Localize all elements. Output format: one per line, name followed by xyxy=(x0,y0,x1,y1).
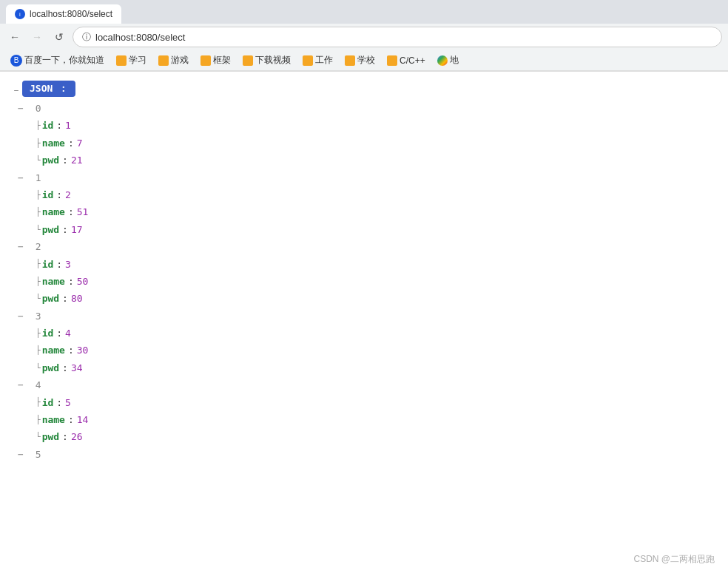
bookmark-framework[interactable]: 框架 xyxy=(196,53,235,68)
bookmark-label: 百度一下，你就知道 xyxy=(24,54,104,67)
back-button[interactable]: ← xyxy=(6,28,24,46)
bookmark-work[interactable]: 工作 xyxy=(298,53,337,68)
record-0-index: 0 xyxy=(36,100,41,117)
record-1-name: 51 xyxy=(77,203,89,220)
bookmark-label: 游戏 xyxy=(171,54,189,67)
folder-icon xyxy=(345,55,355,66)
bookmark-study[interactable]: 学习 xyxy=(112,53,151,68)
json-label: JSON ： xyxy=(22,81,75,97)
root-collapse-btn[interactable]: − xyxy=(12,86,21,95)
bookmark-label: 框架 xyxy=(213,54,231,67)
reload-button[interactable]: ↺ xyxy=(50,28,68,46)
bookmarks-bar: B 百度一下，你就知道 学习 游戏 框架 下载视频 工作 学校 C xyxy=(0,50,728,71)
record-2-id: 3 xyxy=(65,256,71,273)
record-0-id: 1 xyxy=(65,117,71,134)
bookmark-school[interactable]: 学校 xyxy=(340,53,380,68)
record-3: − 3 ├ id : 4 ├ name : 30 └ xyxy=(18,308,716,377)
record-4-name: 14 xyxy=(77,411,89,428)
bookmark-baidu[interactable]: B 百度一下，你就知道 xyxy=(6,53,109,68)
record-2-name: 50 xyxy=(77,273,89,290)
record-1-fields: ├ id : 2 ├ name : 51 └ pwd : 17 xyxy=(36,186,716,238)
tab-bar: i localhost:8080/select xyxy=(0,0,728,24)
bookmark-label: 工作 xyxy=(315,54,333,67)
record-2-fields: ├ id : 3 ├ name : 50 └ pwd : 80 xyxy=(36,256,716,308)
nav-bar: ← → ↺ ⓘ localhost:8080/select xyxy=(0,24,728,50)
record-0: − 0 ├ id : 1 ├ name : 7 └ xyxy=(18,100,716,169)
main-content: − JSON ： − 0 ├ id : 1 ├ name : xyxy=(0,72,728,575)
record-0-name-row: ├ name : 7 xyxy=(36,135,716,152)
folder-icon xyxy=(387,55,397,66)
record-0-id-row: ├ id : 1 xyxy=(36,117,716,134)
baidu-icon: B xyxy=(10,55,22,67)
key-id: id xyxy=(42,256,54,273)
bookmark-label: 学习 xyxy=(129,54,146,67)
record-3-index: 3 xyxy=(36,308,41,325)
record-2-pwd: 80 xyxy=(71,290,83,307)
bookmark-maps[interactable]: 地 xyxy=(433,53,463,68)
bookmark-label: 学校 xyxy=(357,54,375,67)
record-3-row: − 3 xyxy=(18,308,716,325)
browser-chrome: i localhost:8080/select ← → ↺ ⓘ localhos… xyxy=(0,0,728,72)
record-2-id-row: ├ id : 3 xyxy=(36,256,716,273)
folder-icon xyxy=(158,55,169,66)
record-1-pwd: 17 xyxy=(71,221,83,238)
record-3-pwd-row: └ pwd : 34 xyxy=(36,359,716,376)
record-1-name-row: ├ name : 51 xyxy=(36,203,716,220)
record-0-pwd: 21 xyxy=(71,152,83,169)
key-id: id xyxy=(42,394,54,411)
bookmark-download[interactable]: 下载视频 xyxy=(238,53,295,68)
record-4-id: 5 xyxy=(65,394,71,411)
record-0-row: − 0 xyxy=(18,100,716,117)
tab-favicon: i xyxy=(15,9,25,19)
record-1-index: 1 xyxy=(36,169,41,186)
record-2-pwd-row: └ pwd : 80 xyxy=(36,290,716,307)
key-pwd: pwd xyxy=(42,359,59,376)
record-5: − 5 xyxy=(18,446,716,463)
record-1-id: 2 xyxy=(65,186,71,203)
key-name: name xyxy=(42,273,65,290)
address-bar[interactable]: ⓘ localhost:8080/select xyxy=(73,27,722,47)
record-4-id-row: ├ id : 5 xyxy=(36,394,716,411)
record-2-row: − 2 xyxy=(18,238,716,255)
record-0-fields: ├ id : 1 ├ name : 7 └ pwd : 21 xyxy=(36,117,716,169)
record-5-index: 5 xyxy=(36,446,41,463)
record-1-pwd-row: └ pwd : 17 xyxy=(36,221,716,238)
record-3-id-row: ├ id : 4 xyxy=(36,325,716,342)
bookmark-cpp[interactable]: C/C++ xyxy=(382,54,430,67)
active-tab[interactable]: i localhost:8080/select xyxy=(6,4,121,24)
url-text: localhost:8080/select xyxy=(95,32,185,43)
record-4-pwd: 26 xyxy=(71,428,83,445)
folder-icon xyxy=(200,55,211,66)
record-4-fields: ├ id : 5 ├ name : 14 └ pwd : 26 xyxy=(36,394,716,446)
key-name: name xyxy=(42,203,65,220)
record-3-pwd: 34 xyxy=(71,359,83,376)
folder-icon xyxy=(303,55,313,66)
record-1-id-row: ├ id : 2 xyxy=(36,186,716,203)
lock-icon: ⓘ xyxy=(82,31,91,44)
record-2-name-row: ├ name : 50 xyxy=(36,273,716,290)
record-4-index: 4 xyxy=(36,376,41,393)
folder-icon xyxy=(116,55,127,66)
record-1: − 1 ├ id : 2 ├ name : 51 └ xyxy=(18,169,716,239)
record-3-fields: ├ id : 4 ├ name : 30 └ pwd : 34 xyxy=(36,325,716,376)
key-id: id xyxy=(42,117,54,134)
bookmark-games[interactable]: 游戏 xyxy=(154,53,193,68)
record-0-name: 7 xyxy=(77,135,83,152)
record-4: − 4 ├ id : 5 ├ name : 14 └ xyxy=(18,376,716,446)
bookmark-label: 地 xyxy=(450,54,459,67)
key-pwd: pwd xyxy=(42,428,59,445)
watermark: CSDN @二两相思跑 xyxy=(633,553,715,566)
key-name: name xyxy=(42,411,65,428)
key-pwd: pwd xyxy=(42,290,59,307)
key-pwd: pwd xyxy=(42,152,59,169)
record-5-row: − 5 xyxy=(18,446,716,463)
record-4-name-row: ├ name : 14 xyxy=(36,411,716,428)
record-4-pwd-row: └ pwd : 26 xyxy=(36,428,716,445)
folder-icon xyxy=(243,55,253,66)
record-2-index: 2 xyxy=(36,238,41,255)
record-0-pwd-row: └ pwd : 21 xyxy=(36,152,716,169)
key-name: name xyxy=(42,135,65,152)
record-2: − 2 ├ id : 3 ├ name : 50 └ xyxy=(18,238,716,308)
forward-button[interactable]: → xyxy=(28,28,46,46)
bookmark-label: C/C++ xyxy=(400,55,425,66)
